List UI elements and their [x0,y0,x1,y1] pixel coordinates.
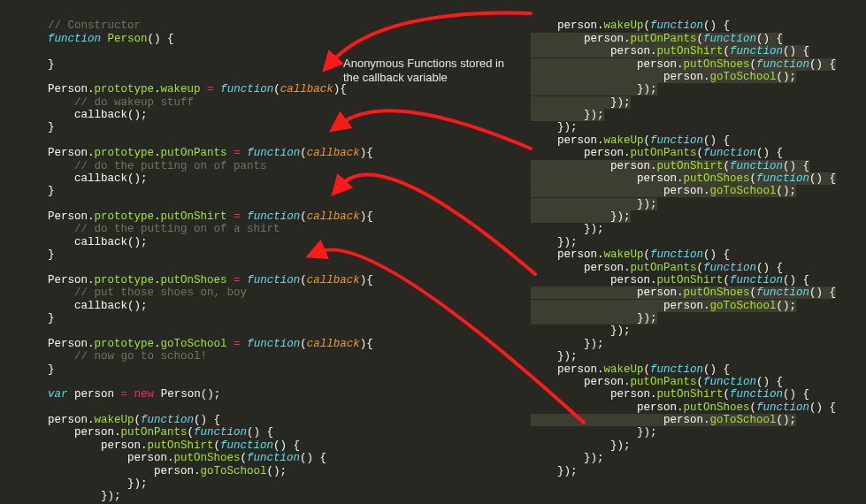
code-classname: Person [108,33,148,45]
code-text: callback [48,109,127,121]
annotation-text: Anonymous Functions stored in the callba… [343,57,520,86]
code-comment: // do wakeup stuff [48,96,194,109]
code-text: () { [148,33,174,45]
code-text: } [48,58,55,71]
code-prop: prototype [95,83,155,95]
code-text: } [48,121,55,134]
code-keyword: function [220,83,273,95]
code-pane-right: person.wakeUp(function() { person.putOnP… [531,7,836,477]
code-pane-left: // Constructor function Person() { } Per… [48,7,373,504]
code-param: callback [280,83,333,95]
code-prop: wakeup [161,83,201,95]
code-keyword: function [48,33,101,45]
code-text: Person [48,147,88,159]
code-text: Person [48,83,88,95]
code-comment: // Constructor [48,19,141,32]
